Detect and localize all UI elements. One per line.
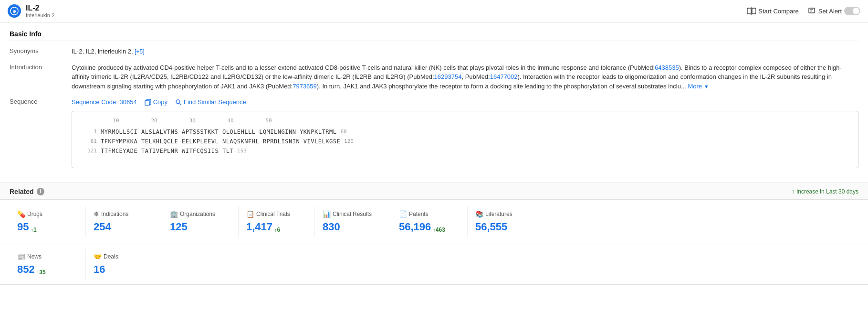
find-similar-label: Find Similar Sequence bbox=[184, 98, 246, 106]
seq-text-1: MYRMQLLSCI ALSLALVTNS APTSSSTKKT QLQLEHL… bbox=[101, 128, 336, 136]
set-alert-button[interactable]: Set Alert bbox=[808, 7, 860, 15]
sequence-label: Sequence bbox=[10, 97, 72, 105]
card-clinical-trials-label: 📋 Clinical Trials bbox=[246, 210, 307, 218]
literatures-label-text: Literatures bbox=[485, 211, 512, 217]
related-info-icon: i bbox=[37, 188, 44, 195]
seq-text-2: TFKFYMPKKA TELKHLQCLE EELKPLEEVL NLAQSKN… bbox=[101, 137, 340, 146]
related-title-text: Related bbox=[10, 188, 34, 195]
synonyms-text: IL-2, IL2, interleukin 2, bbox=[72, 48, 133, 55]
svg-text:⊕: ⊕ bbox=[12, 9, 16, 14]
card-drugs[interactable]: 💊 Drugs 95 ↑ 1 bbox=[10, 206, 86, 237]
patents-icon: 📄 bbox=[399, 210, 407, 218]
drugs-icon: 💊 bbox=[17, 210, 25, 218]
patents-increase-count: 463 bbox=[436, 226, 445, 233]
patents-value: 56,196 ↑ 463 bbox=[399, 221, 460, 233]
related-increase-label: ↑ Increase in Last 30 days bbox=[792, 188, 858, 195]
card-indications[interactable]: ❄ Indications 254 bbox=[86, 206, 162, 237]
organizations-count: 125 bbox=[170, 221, 188, 233]
entity-title: IL-2 Interleukin-2 bbox=[26, 4, 55, 18]
svg-rect-5 bbox=[809, 8, 815, 13]
sequence-row: Sequence Sequence Code: 30654 Copy Fi bbox=[10, 97, 858, 168]
patents-count: 56,196 bbox=[399, 221, 431, 233]
card-patents-label: 📄 Patents bbox=[399, 210, 460, 218]
related-section-header: Related i ↑ Increase in Last 30 days bbox=[0, 183, 868, 200]
drugs-label-text: Drugs bbox=[27, 211, 42, 217]
sequence-code-link[interactable]: Sequence Code: 30654 bbox=[72, 97, 137, 107]
sequence-ruler: 10 20 30 40 50 bbox=[97, 117, 850, 125]
card-organizations[interactable]: 🏢 Organizations 125 bbox=[162, 206, 239, 237]
clinical-trials-increase: ↑ 6 bbox=[274, 226, 280, 233]
news-value: 852 ↑ 35 bbox=[17, 263, 78, 276]
indications-count: 254 bbox=[94, 221, 111, 233]
card-clinical-results[interactable]: 📊 Clinical Results 830 bbox=[315, 206, 391, 237]
patents-label-text: Patents bbox=[409, 211, 429, 217]
organizations-value: 125 bbox=[170, 221, 230, 233]
pubmed-link-2[interactable]: 16293754 bbox=[434, 73, 462, 80]
indications-label-text: Indications bbox=[101, 211, 128, 217]
find-similar-icon bbox=[175, 99, 182, 106]
clinical-trials-label-text: Clinical Trials bbox=[256, 211, 290, 217]
ruler-30: 30 bbox=[173, 117, 211, 125]
start-compare-button[interactable]: Start Compare bbox=[747, 7, 799, 15]
seq-text-3: TTFMCEYADE TATIVEPLNR WITFCQSIIS TLT bbox=[101, 147, 233, 155]
literatures-value: 56,555 bbox=[475, 221, 536, 233]
seq-start-3: 121 bbox=[80, 147, 97, 155]
deals-count: 16 bbox=[94, 263, 105, 276]
intro-text-3: , PubMed: bbox=[461, 73, 490, 80]
organizations-icon: 🏢 bbox=[170, 210, 178, 218]
news-increase: ↑ 35 bbox=[37, 269, 46, 276]
svg-line-11 bbox=[179, 103, 181, 105]
ruler-40: 40 bbox=[211, 117, 250, 125]
seq-end-3: 153 bbox=[237, 147, 247, 155]
clinical-results-label-text: Clinical Results bbox=[333, 211, 372, 217]
drugs-count: 95 bbox=[17, 221, 29, 233]
entity-name: IL-2 bbox=[26, 4, 55, 12]
deals-value: 16 bbox=[94, 263, 155, 276]
copy-button[interactable]: Copy bbox=[145, 98, 167, 106]
introduction-row: Introduction Cytokine produced by activa… bbox=[10, 63, 858, 91]
card-deals-label: 🤝 Deals bbox=[94, 253, 155, 260]
app-logo: ⊕ bbox=[8, 4, 21, 18]
pubmed-link-4[interactable]: 7973659 bbox=[293, 83, 317, 90]
increase-arrow-icon: ↑ bbox=[792, 188, 795, 195]
clinical-trials-icon: 📋 bbox=[246, 210, 254, 218]
svg-rect-9 bbox=[145, 100, 149, 106]
synonyms-label: Synonyms bbox=[10, 47, 72, 54]
card-clinical-results-label: 📊 Clinical Results bbox=[323, 210, 383, 218]
drugs-increase: ↑ 1 bbox=[31, 226, 36, 233]
compare-icon bbox=[747, 7, 756, 15]
deals-label-text: Deals bbox=[104, 253, 118, 260]
card-clinical-trials[interactable]: 📋 Clinical Trials 1,417 ↑ 6 bbox=[239, 206, 315, 237]
seq-end-1: 60 bbox=[340, 128, 346, 136]
related-cards-row2: 📰 News 852 ↑ 35 🤝 Deals 16 bbox=[0, 244, 868, 285]
synonyms-value: IL-2, IL2, interleukin 2, [+5] bbox=[72, 47, 858, 56]
news-increase-count: 35 bbox=[39, 269, 45, 276]
pubmed-link-1[interactable]: 6438535 bbox=[655, 64, 679, 71]
card-indications-label: ❄ Indications bbox=[94, 210, 154, 218]
seq-start-2: 61 bbox=[80, 138, 97, 146]
pubmed-link-3[interactable]: 16477002 bbox=[490, 73, 518, 80]
alert-toggle[interactable] bbox=[844, 7, 860, 15]
increase-text: Increase in Last 30 days bbox=[796, 188, 858, 195]
entity-subtitle: Interleukin-2 bbox=[26, 12, 55, 18]
clinical-results-value: 830 bbox=[323, 221, 383, 233]
card-patents[interactable]: 📄 Patents 56,196 ↑ 463 bbox=[391, 206, 468, 237]
drugs-value: 95 ↑ 1 bbox=[17, 221, 78, 233]
deals-icon: 🤝 bbox=[94, 253, 102, 260]
find-similar-button[interactable]: Find Similar Sequence bbox=[175, 98, 246, 106]
card-literatures-label: 📚 Literatures bbox=[475, 210, 536, 218]
card-news[interactable]: 📰 News 852 ↑ 35 bbox=[10, 249, 86, 280]
basic-info-title: Basic Info bbox=[10, 30, 858, 41]
card-literatures[interactable]: 📚 Literatures 56,555 bbox=[468, 206, 544, 237]
intro-more-link[interactable]: More ▼ bbox=[688, 83, 709, 90]
seq-end-2: 120 bbox=[344, 138, 354, 146]
synonyms-more-link[interactable]: [+5] bbox=[135, 48, 144, 55]
clinical-results-count: 830 bbox=[323, 221, 340, 233]
synonyms-row: Synonyms IL-2, IL2, interleukin 2, [+5] bbox=[10, 47, 858, 56]
seq-line-3: 121 TTFMCEYADE TATIVEPLNR WITFCQSIIS TLT… bbox=[80, 147, 850, 155]
indications-value: 254 bbox=[94, 221, 154, 233]
ruler-10: 10 bbox=[97, 117, 135, 125]
start-compare-label: Start Compare bbox=[758, 8, 799, 15]
card-deals[interactable]: 🤝 Deals 16 bbox=[86, 249, 162, 280]
organizations-label-text: Organizations bbox=[180, 211, 215, 217]
